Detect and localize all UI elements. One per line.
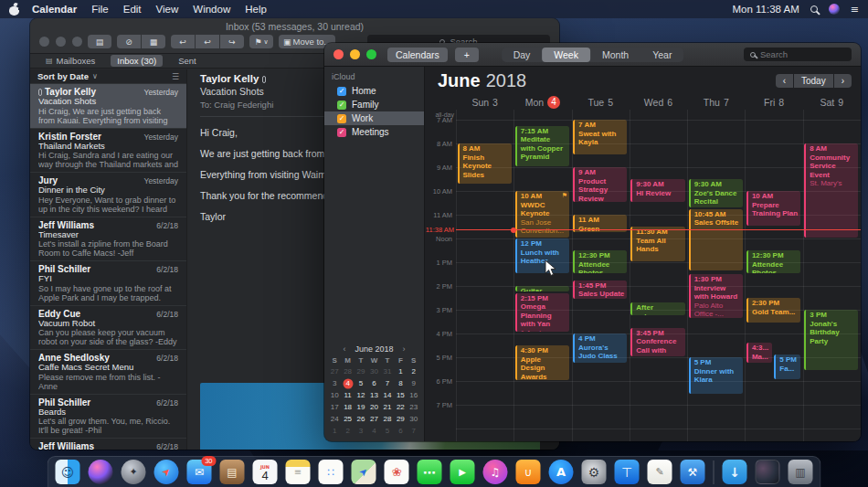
event-prepare-training-plan[interactable]: 10 AMPrepare Training Plan: [746, 191, 800, 226]
sidebar-calendar-home[interactable]: ✓Home: [324, 84, 424, 98]
reminders-dock-icon[interactable]: ∷: [319, 460, 344, 484]
mini-day[interactable]: 29: [355, 366, 367, 376]
mini-day[interactable]: 1: [394, 366, 407, 376]
event-after-schoo[interactable]: After schoo...: [630, 302, 684, 315]
notification-center-icon[interactable]: ≡: [851, 4, 859, 16]
books-dock-icon[interactable]: ∪: [516, 460, 541, 484]
mini-day[interactable]: 16: [408, 390, 420, 400]
mini-day[interactable]: 24: [328, 414, 341, 424]
view-tab-year[interactable]: Year: [640, 48, 683, 62]
mini-today[interactable]: 4: [341, 378, 354, 388]
minimize-button[interactable]: [350, 49, 360, 59]
prev-week-button[interactable]: ‹: [776, 74, 793, 88]
event-gold-team[interactable]: 2:30 PMGold Team...: [746, 298, 800, 323]
event-guitar-pract[interactable]: Guitar Pract...: [515, 286, 569, 291]
xcode-dock-icon[interactable]: ⚒: [681, 460, 705, 484]
junk-button[interactable]: ⊘: [117, 35, 141, 48]
event-community-service-event[interactable]: 8 AMCommunity Service EventSt. Mary's: [804, 143, 858, 238]
menu-help[interactable]: Help: [245, 4, 267, 15]
calendar-toolbar[interactable]: Calendars + DayWeekMonthYear Search: [324, 43, 861, 67]
mail-list-item[interactable]: Jeff Williams6/2/18TimesaverLet's instal…: [30, 217, 186, 262]
event-ma[interactable]: 4:3...Ma...: [746, 343, 772, 363]
mini-day[interactable]: 7: [408, 426, 420, 436]
event-aurora-s-judo-class[interactable]: 4 PMAurora's Judo Class: [573, 333, 627, 363]
menu-window[interactable]: Window: [193, 4, 230, 15]
mini-day[interactable]: 8: [394, 378, 407, 388]
mini-day[interactable]: 6: [367, 378, 380, 388]
mini-day[interactable]: 9: [408, 378, 420, 388]
finder-dock-icon[interactable]: ☺: [56, 460, 80, 484]
mail-list-item[interactable]: Eddy Cue6/2/18Vacuum RobotCan you please…: [30, 306, 186, 351]
event-team-all-hands[interactable]: 11:30 AMTeam All Hands: [630, 227, 684, 261]
mini-day[interactable]: 30: [408, 414, 420, 424]
mini-day[interactable]: 10: [328, 390, 341, 400]
mini-day[interactable]: 11: [341, 390, 354, 400]
event-meditate-with-copper-pyramid[interactable]: 7:15 AMMeditate with Copper Pyramid: [515, 126, 569, 166]
forward-button[interactable]: ↪: [220, 35, 244, 48]
system-preferences-dock-icon[interactable]: ⚙: [582, 460, 607, 484]
mail-list-item[interactable]: Jeff Williams6/2/18SorryJust a heads up,…: [30, 439, 186, 450]
mini-day[interactable]: 3: [355, 426, 367, 436]
siri-dock-icon[interactable]: [89, 460, 113, 484]
minimized-window-dock-icon[interactable]: [756, 460, 780, 484]
contacts-dock-icon[interactable]: ▤: [220, 460, 245, 484]
event-sales-offsite[interactable]: 10:45 AMSales Offsite: [689, 209, 743, 270]
event-apple-design-awards[interactable]: 4:30 PMApple Design Awards: [515, 345, 569, 380]
photos-dock-icon[interactable]: ❀: [385, 460, 409, 484]
mini-day[interactable]: 2: [341, 426, 354, 436]
flag-button[interactable]: ⚑ ∨: [249, 35, 273, 48]
next-week-button[interactable]: ›: [834, 74, 852, 88]
mini-day[interactable]: 30: [367, 366, 380, 376]
archive-button[interactable]: ▤: [88, 35, 111, 48]
menu-view[interactable]: View: [156, 4, 179, 15]
menu-edit[interactable]: Edit: [123, 4, 142, 15]
siri-icon[interactable]: [829, 4, 840, 15]
event-dinner-with-klara[interactable]: 5 PMDinner with Klara: [689, 357, 743, 394]
calendars-button[interactable]: Calendars: [387, 48, 448, 62]
mini-day[interactable]: 2: [408, 366, 420, 376]
mini-day[interactable]: 21: [381, 402, 394, 412]
trash-dock-icon[interactable]: ▥: [789, 460, 813, 484]
keynote-dock-icon[interactable]: ⊤: [615, 460, 640, 484]
mail-favorite-sent[interactable]: Sent: [172, 55, 203, 67]
event-attendee-photos[interactable]: 12:30 PMAttendee Photos: [573, 250, 627, 273]
close-button[interactable]: [39, 37, 49, 47]
calendar-dock-icon[interactable]: JUN4: [253, 460, 278, 484]
mail-favorite-inbox-30[interactable]: Inbox (30): [111, 55, 163, 67]
itunes-dock-icon[interactable]: ♫: [483, 460, 508, 484]
mini-next-button[interactable]: ›: [403, 344, 406, 354]
mail-list-item[interactable]: Phil Schiller6/2/18FYISo I may have gone…: [30, 261, 186, 306]
event-hi-review[interactable]: 9:30 AMHI Review: [630, 179, 684, 202]
mail-list-item[interactable]: Phil Schiller6/2/18BeardsLet's all grow …: [30, 395, 186, 439]
mini-day[interactable]: 4: [367, 426, 380, 436]
mini-day[interactable]: 7: [381, 378, 394, 388]
mini-day[interactable]: 1: [328, 426, 341, 436]
messages-dock-icon[interactable]: ⋯: [418, 460, 442, 484]
mini-day[interactable]: 29: [394, 414, 407, 424]
mini-day[interactable]: 20: [367, 402, 380, 412]
event-lunch-with-heather[interactable]: 12 PMLunch with Heather: [515, 238, 569, 273]
event-conference-call-with-hiroshi[interactable]: 3:45 PMConference Call with Hiroshi: [630, 328, 684, 356]
mini-day[interactable]: 17: [328, 402, 341, 412]
delete-button[interactable]: ▦: [142, 35, 165, 48]
notes-dock-icon[interactable]: ≡: [286, 460, 311, 484]
mini-day[interactable]: 27: [367, 414, 380, 424]
mini-day[interactable]: 31: [381, 366, 394, 376]
calendar-search-field[interactable]: Search: [744, 48, 852, 61]
facetime-dock-icon[interactable]: ▶: [450, 460, 475, 484]
menu-file[interactable]: File: [91, 4, 109, 15]
mini-day[interactable]: 15: [394, 390, 407, 400]
mini-day[interactable]: 26: [355, 414, 367, 424]
menu-calendar[interactable]: Calendar: [32, 4, 77, 15]
sidebar-calendar-meetings[interactable]: ✓Meetings: [324, 125, 424, 139]
mini-day[interactable]: 19: [355, 402, 367, 412]
reply-all-button[interactable]: ↩: [196, 35, 219, 48]
close-button[interactable]: [333, 49, 344, 59]
textedit-dock-icon[interactable]: ✎: [648, 460, 672, 484]
mail-list-item[interactable]: Kristin ForsterYesterdayThailand Markets…: [30, 129, 186, 174]
safari-dock-icon[interactable]: ➤: [154, 460, 179, 484]
mini-day[interactable]: 14: [381, 390, 394, 400]
minimize-button[interactable]: [56, 37, 66, 47]
mail-list-item[interactable]: Anne Shedlosky6/2/18Caffe Macs Secret Me…: [30, 350, 186, 395]
mini-day[interactable]: 13: [367, 390, 380, 400]
